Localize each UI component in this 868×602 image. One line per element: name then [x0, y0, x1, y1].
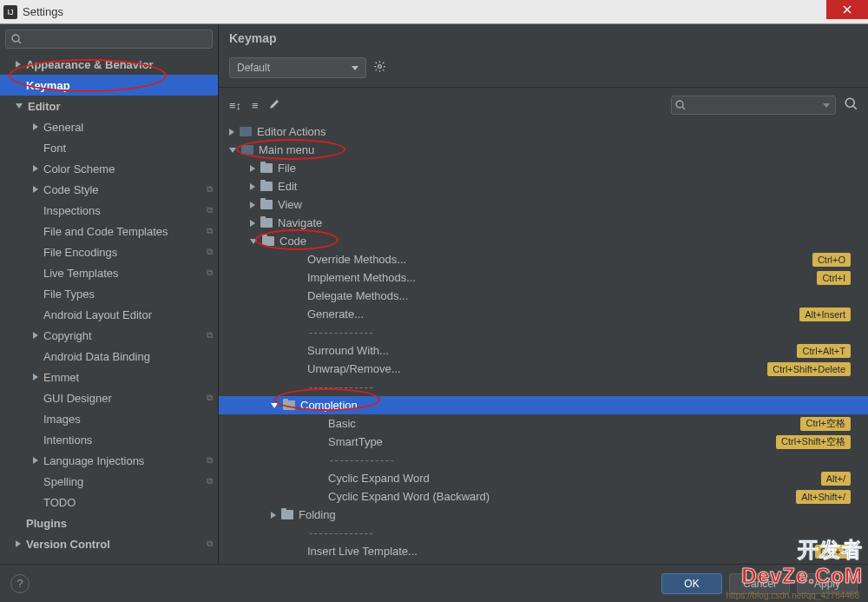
sidebar-item[interactable]: Android Data Binding [0, 346, 218, 367]
tree-row[interactable]: ------------- [219, 323, 868, 341]
collapse-icon[interactable]: ≡ [252, 99, 259, 112]
close-button[interactable] [826, 0, 868, 19]
sidebar-item[interactable]: Appearance & Behavior [0, 54, 218, 75]
brand-overlay: 开发者 DevZe.CoM [741, 536, 863, 588]
settings-scope-icon: ⧉ [207, 184, 213, 195]
expand-arrow-icon [16, 61, 21, 68]
sidebar-item[interactable]: Intentions [0, 429, 218, 450]
tree-row[interactable]: Delegate Methods... [219, 287, 868, 305]
expand-arrow-icon [250, 165, 255, 172]
sidebar-item[interactable]: Language Injections⧉ [0, 450, 218, 471]
tree-item-label: Override Methods... [307, 253, 812, 266]
expand-collapse-icon[interactable]: ≡↕ [229, 99, 241, 112]
tree-row[interactable]: Cyclic Expand Word (Backward)Alt+Shift+/ [219, 487, 868, 506]
sidebar-item[interactable]: File Types [0, 283, 218, 304]
sidebar-item-label: Plugins [26, 517, 213, 530]
sidebar-item[interactable]: Inspections⧉ [0, 200, 218, 221]
tree-row[interactable]: Unwrap/Remove...Ctrl+Shift+Delete [219, 360, 868, 378]
sidebar-item[interactable]: GUI Designer⧉ [0, 387, 218, 408]
tree-row[interactable]: Folding [219, 506, 868, 524]
ok-button[interactable]: OK [661, 573, 722, 594]
sidebar-item-label: Copyright [43, 329, 201, 342]
shortcut-badge: Ctrl+Alt+T [797, 344, 851, 358]
sidebar-item[interactable]: TODO [0, 492, 218, 513]
tree-item-label: Navigate [278, 216, 851, 229]
collapse-arrow-icon [229, 148, 236, 153]
svg-line-6 [682, 107, 685, 109]
sidebar-item[interactable]: File and Code Templates⧉ [0, 221, 218, 241]
tree-item-label: Delegate Methods... [307, 289, 851, 302]
sidebar-item-label: Images [43, 413, 213, 426]
tree-row[interactable]: Surround With...Ctrl+Alt+T [219, 341, 868, 360]
settings-scope-icon: ⧉ [207, 268, 213, 278]
tree-row[interactable]: Main menu [219, 141, 868, 159]
tree-item-label: Cyclic Expand Word [328, 472, 821, 485]
tree-row[interactable]: BasicCtrl+空格 [219, 414, 868, 433]
sidebar-item-label: Code Style [43, 183, 201, 196]
sidebar-item[interactable]: Color Scheme [0, 158, 218, 179]
sidebar-item-label: TODO [43, 496, 213, 509]
settings-scope-icon: ⧉ [207, 539, 213, 549]
tree-item-label: Implement Methods... [307, 271, 817, 284]
action-tree[interactable]: Editor ActionsMain menuFileEditViewNavig… [219, 122, 868, 564]
sidebar-item-label: Android Layout Editor [43, 308, 213, 321]
tree-item-label: ------------- [307, 326, 851, 339]
find-action-by-shortcut-icon[interactable] [845, 97, 858, 113]
tree-item-label: File [278, 162, 851, 175]
settings-scope-icon: ⧉ [207, 455, 213, 466]
collapse-arrow-icon [16, 103, 23, 109]
tree-row[interactable]: Override Methods...Ctrl+O [219, 250, 868, 268]
sidebar-item[interactable]: Font [0, 137, 218, 158]
shortcut-badge: Ctrl+O [812, 253, 851, 267]
sidebar-item[interactable]: Android Layout Editor [0, 304, 218, 325]
tree-item-label: Edit [278, 180, 851, 193]
tree-row[interactable]: Implement Methods...Ctrl+I [219, 268, 868, 287]
tree-row[interactable]: Editor Actions [219, 122, 868, 141]
sidebar-item[interactable]: General [0, 116, 218, 137]
tree-item-label: Cyclic Expand Word (Backward) [328, 490, 796, 503]
action-search-input[interactable] [671, 96, 836, 115]
tree-row[interactable]: Completion [219, 396, 868, 414]
gear-icon[interactable] [373, 60, 386, 76]
sidebar-item[interactable]: Version Control⧉ [0, 533, 218, 554]
sidebar-item-label: Color Scheme [43, 162, 213, 175]
keymap-dropdown[interactable]: Default [229, 57, 366, 78]
collapse-arrow-icon [250, 239, 257, 244]
sidebar-item[interactable]: Code Style⧉ [0, 179, 218, 200]
expand-arrow-icon [250, 183, 255, 190]
help-button[interactable]: ? [10, 574, 30, 593]
tree-row[interactable]: Cyclic Expand WordAlt+/ [219, 469, 868, 487]
tree-item-label: Code [279, 235, 851, 248]
tree-item-label: Completion [300, 399, 851, 412]
sidebar-item[interactable]: Editor [0, 96, 218, 116]
sidebar-item[interactable]: Live Templates⧉ [0, 262, 218, 283]
sidebar-item-label: Intentions [43, 433, 213, 447]
settings-scope-icon: ⧉ [207, 247, 213, 257]
sidebar-search-input[interactable] [5, 30, 213, 49]
tree-row[interactable]: Generate...Alt+Insert [219, 305, 868, 323]
svg-point-5 [676, 101, 683, 108]
sidebar-item[interactable]: Keymap [0, 75, 218, 96]
sidebar-item[interactable]: Copyright⧉ [0, 325, 218, 346]
content-pane: Keymap Default ≡↕ ≡ [219, 24, 868, 564]
tree-row[interactable]: ------------- [219, 378, 868, 396]
tree-row[interactable]: Edit [219, 177, 868, 195]
tree-row[interactable]: ------------- [219, 451, 868, 469]
sidebar-item[interactable]: Emmet [0, 367, 218, 387]
sidebar-item[interactable]: Spelling⧉ [0, 471, 218, 492]
tree-row[interactable]: File [219, 159, 868, 177]
tree-item-label: Insert Live Template... [307, 545, 815, 558]
tree-row[interactable]: Code [219, 232, 868, 250]
tree-row[interactable]: SmartTypeCtrl+Shift+空格 [219, 433, 868, 451]
sidebar-item[interactable]: Plugins [0, 513, 218, 533]
sidebar-item[interactable]: File Encodings⧉ [0, 241, 218, 262]
edit-icon[interactable] [269, 99, 279, 112]
tree-row[interactable]: View [219, 195, 868, 214]
folder-icon [283, 400, 295, 410]
sidebar-item[interactable]: Images [0, 408, 218, 429]
tree-row[interactable]: Navigate [219, 214, 868, 232]
svg-point-4 [378, 64, 382, 68]
group-icon [240, 127, 252, 136]
sidebar-item-label: Editor [28, 100, 213, 113]
sidebar-item-label: Keymap [26, 79, 213, 92]
